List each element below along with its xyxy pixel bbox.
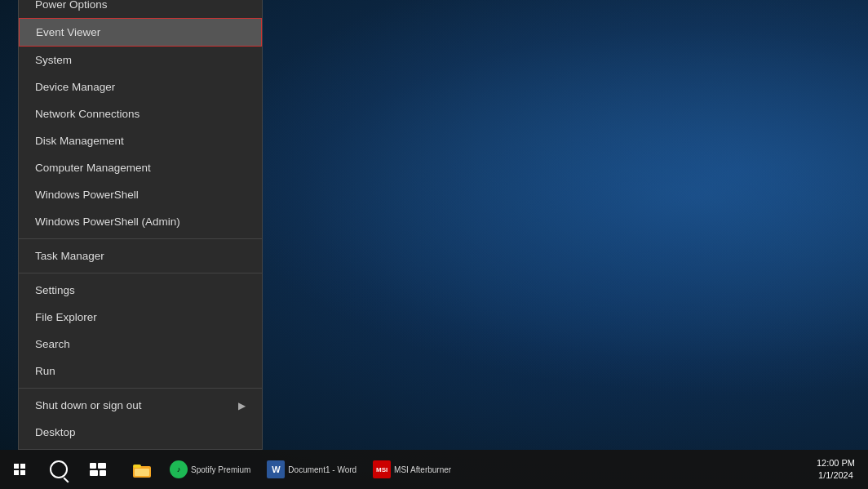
menu-item-label: Windows PowerShell (Admin)	[35, 216, 180, 228]
taskbar-msi-group[interactable]: MSI MSI Afterburner	[366, 451, 458, 487]
menu-item-windows-powershell-admin[interactable]: Windows PowerShell (Admin)	[19, 208, 262, 235]
menu-item-label: Network Connections	[35, 108, 140, 120]
msi-icon: MSI	[373, 460, 391, 478]
svg-rect-1	[98, 463, 106, 469]
spotify-icon: ♪	[170, 460, 188, 478]
svg-rect-5	[133, 465, 141, 468]
menu-item-windows-powershell[interactable]: Windows PowerShell	[19, 181, 262, 208]
taskbar-apps: ♪ Spotify Premium W Document1 - Word MSI…	[124, 451, 458, 487]
menu-item-task-manager[interactable]: Task Manager	[19, 242, 262, 269]
taskbar: ♪ Spotify Premium W Document1 - Word MSI…	[0, 450, 868, 489]
svg-rect-2	[90, 470, 98, 476]
menu-item-label: Run	[35, 365, 55, 377]
svg-rect-0	[90, 463, 96, 469]
menu-item-label: Desktop	[35, 426, 76, 438]
taskbar-spotify-group[interactable]: ♪ Spotify Premium	[163, 451, 257, 487]
taskbar-search-button[interactable]	[39, 450, 78, 489]
taskbar-file-explorer[interactable]	[124, 451, 160, 487]
menu-divider	[19, 238, 262, 239]
menu-item-file-explorer[interactable]: File Explorer	[19, 304, 262, 331]
menu-item-label: Search	[35, 338, 70, 350]
clock-date: 1/1/2024	[817, 469, 855, 482]
menu-item-label: Settings	[35, 284, 75, 296]
task-view-icon	[90, 463, 106, 476]
menu-item-settings[interactable]: Settings	[19, 277, 262, 304]
start-button[interactable]	[0, 450, 39, 489]
windows-icon	[14, 464, 25, 475]
system-clock[interactable]: 12:00 PM 1/1/2024	[810, 457, 861, 482]
menu-item-disk-management[interactable]: Disk Management	[19, 127, 262, 154]
menu-divider	[19, 388, 262, 389]
menu-item-device-manager[interactable]: Device Manager	[19, 73, 262, 100]
svg-rect-6	[135, 469, 149, 476]
search-icon	[50, 460, 68, 478]
menu-item-label: Shut down or sign out	[35, 399, 142, 411]
menu-item-event-viewer[interactable]: Event Viewer	[19, 18, 262, 47]
msi-label: MSI Afterburner	[394, 465, 451, 474]
clock-time: 12:00 PM	[817, 457, 855, 469]
menu-item-label: System	[35, 54, 72, 66]
menu-item-label: Computer Management	[35, 162, 151, 174]
taskbar-word-group[interactable]: W Document1 - Word	[260, 451, 363, 487]
menu-item-power-options[interactable]: Power Options	[19, 0, 262, 18]
spotify-label: Spotify Premium	[191, 465, 250, 474]
menu-item-label: Device Manager	[35, 81, 115, 93]
menu-item-label: File Explorer	[35, 311, 97, 323]
taskbar-right: 12:00 PM 1/1/2024	[810, 457, 868, 482]
svg-rect-3	[100, 470, 106, 476]
menu-item-label: Windows PowerShell	[35, 189, 139, 201]
menu-item-run[interactable]: Run	[19, 358, 262, 385]
menu-item-label: Disk Management	[35, 135, 124, 147]
menu-item-search[interactable]: Search	[19, 331, 262, 358]
menu-item-label: Power Options	[35, 0, 108, 11]
file-explorer-icon	[133, 461, 151, 478]
menu-divider	[19, 273, 262, 273]
menu-item-label: Event Viewer	[36, 26, 100, 38]
menu-item-shut-down[interactable]: Shut down or sign out▶	[19, 392, 262, 419]
task-view-button[interactable]	[78, 450, 117, 489]
menu-item-network-connections[interactable]: Network Connections	[19, 100, 262, 127]
desktop: Apps and FeaturesPower OptionsEvent View…	[0, 0, 868, 489]
menu-item-system[interactable]: System	[19, 47, 262, 73]
word-label: Document1 - Word	[288, 465, 356, 474]
context-menu: Apps and FeaturesPower OptionsEvent View…	[18, 0, 263, 450]
menu-item-desktop[interactable]: Desktop	[19, 419, 262, 446]
word-icon: W	[267, 460, 285, 478]
submenu-arrow-icon: ▶	[238, 400, 246, 411]
menu-item-label: Task Manager	[35, 250, 104, 262]
menu-item-computer-management[interactable]: Computer Management	[19, 154, 262, 181]
